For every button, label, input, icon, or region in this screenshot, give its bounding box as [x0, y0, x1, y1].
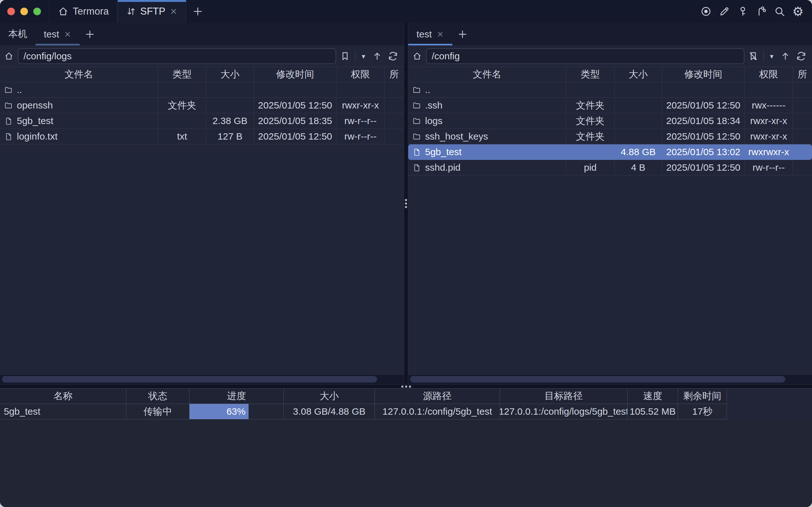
column-header-owner[interactable]: 所 — [385, 67, 404, 82]
transfer-status: 传输中 — [126, 404, 190, 419]
left-path-input[interactable] — [18, 48, 336, 64]
right-parent-dir-button[interactable] — [778, 49, 792, 63]
table-row-selected[interactable]: 5gb_test 4.88 GB 2025/01/05 13:02 rwxrwx… — [408, 145, 812, 160]
close-tab-icon[interactable] — [169, 7, 178, 15]
left-home-button[interactable] — [2, 49, 16, 63]
cell-owner — [793, 160, 812, 175]
filename-text: 5gb_test — [17, 115, 53, 126]
cell-type: 文件夹 — [566, 129, 614, 144]
keychain-button[interactable] — [754, 4, 768, 18]
column-header-size[interactable]: 大小 — [206, 67, 254, 82]
column-header-perms[interactable]: 权限 — [745, 67, 793, 82]
cell-size: 127 B — [206, 129, 254, 144]
scrollbar-thumb[interactable] — [410, 376, 785, 383]
termora-window: Termora SFTP — [0, 0, 812, 507]
plus-icon — [457, 29, 468, 39]
folder-icon — [4, 101, 13, 110]
column-header-type[interactable]: 类型 — [158, 67, 206, 82]
column-header-filename[interactable]: 文件名 — [408, 67, 566, 82]
transfer-speed: 105.52 MB — [628, 404, 678, 419]
right-bookmark-dropdown[interactable]: ▾ — [767, 49, 776, 63]
cell-owner — [793, 145, 812, 160]
right-add-tab-button[interactable] — [452, 23, 473, 45]
cell-type: pid — [566, 160, 614, 175]
panel-splitter[interactable] — [404, 23, 408, 384]
settings-button[interactable]: ⚙ — [791, 4, 805, 18]
tab-session-test-right[interactable]: test — [408, 23, 452, 45]
cell-size — [614, 98, 662, 113]
transfer-row[interactable]: 5gb_test 传输中 63% 3.08 GB/4.88 GB 127.0.0… — [0, 404, 727, 419]
folder-icon — [412, 117, 421, 125]
table-row[interactable]: .ssh 文件夹 2025/01/05 12:50 rwx------ — [408, 98, 812, 113]
left-bookmark-button[interactable] — [338, 49, 352, 63]
cell-size — [206, 98, 254, 113]
chevron-down-icon: ▾ — [362, 52, 365, 60]
left-bookmark-dropdown[interactable]: ▾ — [359, 49, 368, 63]
tab-session-label: test — [44, 29, 59, 40]
minimize-window-button[interactable] — [20, 8, 28, 15]
table-row[interactable]: 5gb_test 2.38 GB 2025/01/05 18:35 rw-r--… — [0, 113, 404, 129]
table-row[interactable]: ssh_host_keys 文件夹 2025/01/05 12:50 rwxr-… — [408, 129, 812, 145]
column-header-speed[interactable]: 速度 — [628, 389, 678, 404]
column-header-mtime[interactable]: 修改时间 — [254, 67, 336, 82]
cell-filename: 5gb_test — [408, 145, 566, 160]
right-home-button[interactable] — [410, 49, 424, 63]
cell-mtime: 2025/01/05 12:50 — [662, 160, 745, 175]
table-row[interactable]: openssh 文件夹 2025/01/05 12:50 rwxr-xr-x — [0, 98, 404, 113]
record-button[interactable] — [699, 4, 713, 18]
cell-filename: .ssh — [408, 98, 566, 113]
refresh-icon — [796, 51, 807, 62]
tab-termora-home[interactable]: Termora — [49, 0, 117, 23]
right-path-input[interactable] — [426, 48, 744, 64]
filename-text: .. — [425, 84, 430, 95]
close-tab-icon[interactable] — [436, 31, 444, 38]
home-icon — [4, 51, 14, 61]
left-parent-dir-button[interactable] — [370, 49, 384, 63]
right-horizontal-scrollbar[interactable] — [408, 374, 812, 384]
tab-local-machine[interactable]: 本机 — [0, 23, 36, 45]
maximize-window-button[interactable] — [33, 8, 41, 15]
new-window-tab-button[interactable] — [186, 0, 209, 23]
tab-session-test-left[interactable]: test — [36, 23, 80, 45]
column-header-progress[interactable]: 进度 — [190, 389, 284, 404]
column-header-perms[interactable]: 权限 — [336, 67, 385, 82]
search-icon — [774, 6, 785, 17]
close-tab-icon[interactable] — [64, 31, 71, 38]
table-row[interactable]: loginfo.txt txt 127 B 2025/01/05 12:50 r… — [0, 129, 404, 145]
column-header-filename[interactable]: 文件名 — [0, 67, 158, 82]
column-header-owner[interactable]: 所 — [793, 67, 812, 82]
left-file-panel: 本机 test — [0, 23, 404, 384]
right-refresh-button[interactable] — [794, 49, 808, 63]
edit-button[interactable] — [717, 4, 732, 18]
table-row[interactable]: sshd.pid pid 4 B 2025/01/05 12:50 rw-r--… — [408, 160, 812, 175]
file-icon — [4, 117, 13, 125]
left-horizontal-scrollbar[interactable] — [0, 374, 404, 384]
key-manager-button[interactable] — [736, 4, 750, 18]
close-window-button[interactable] — [7, 8, 15, 15]
column-header-mtime[interactable]: 修改时间 — [662, 67, 745, 82]
left-add-tab-button[interactable] — [80, 23, 100, 45]
column-header-size[interactable]: 大小 — [614, 67, 662, 82]
column-header-size[interactable]: 大小 — [284, 389, 375, 404]
column-header-source[interactable]: 源路径 — [375, 389, 500, 404]
chevron-down-icon: ▾ — [770, 52, 773, 60]
tab-sftp[interactable]: SFTP — [117, 0, 186, 23]
cell-mtime: 2025/01/05 12:50 — [254, 129, 336, 144]
left-refresh-button[interactable] — [386, 49, 400, 63]
column-header-status[interactable]: 状态 — [126, 389, 190, 404]
right-bookmark-button[interactable] — [746, 49, 760, 63]
transfers-splitter[interactable] — [0, 384, 812, 389]
scrollbar-thumb[interactable] — [2, 376, 377, 383]
column-header-type[interactable]: 类型 — [566, 67, 614, 82]
right-file-table: 文件名 类型 大小 修改时间 权限 所 .. — [408, 67, 812, 374]
column-header-name[interactable]: 名称 — [0, 389, 126, 404]
table-row[interactable]: .. — [0, 82, 404, 98]
table-row[interactable]: logs 文件夹 2025/01/05 18:34 rwxr-xr-x — [408, 113, 812, 129]
search-button[interactable] — [773, 4, 787, 18]
column-header-target[interactable]: 目标路径 — [500, 389, 628, 404]
table-row[interactable]: .. — [408, 82, 812, 98]
cell-filename: ssh_host_keys — [408, 129, 566, 144]
column-header-remaining[interactable]: 剩余时间 — [678, 389, 727, 404]
filename-text: ssh_host_keys — [425, 131, 488, 142]
cell-mtime: 2025/01/05 12:50 — [254, 98, 336, 113]
